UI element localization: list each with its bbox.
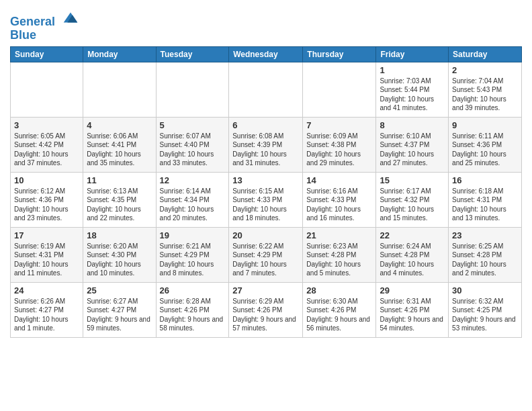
day-info: Sunrise: 6:31 AM Sunset: 4:26 PM Dayligh…: [380, 297, 445, 333]
day-info: Sunrise: 6:17 AM Sunset: 4:32 PM Dayligh…: [380, 187, 445, 223]
calendar-cell: 12Sunrise: 6:14 AM Sunset: 4:34 PM Dayli…: [156, 172, 229, 227]
calendar-cell: 27Sunrise: 6:29 AM Sunset: 4:26 PM Dayli…: [229, 282, 303, 337]
day-number: 4: [87, 120, 152, 130]
day-number: 30: [452, 285, 518, 295]
day-number: 27: [232, 285, 299, 295]
calendar-cell: 22Sunrise: 6:24 AM Sunset: 4:28 PM Dayli…: [376, 227, 449, 282]
calendar-cell: [156, 62, 229, 117]
day-info: Sunrise: 6:12 AM Sunset: 4:36 PM Dayligh…: [14, 187, 79, 223]
logo-icon: [61, 9, 80, 26]
day-info: Sunrise: 6:09 AM Sunset: 4:38 PM Dayligh…: [306, 132, 372, 168]
day-number: 29: [380, 285, 445, 295]
day-info: Sunrise: 6:05 AM Sunset: 4:42 PM Dayligh…: [14, 132, 79, 168]
calendar-cell: 20Sunrise: 6:22 AM Sunset: 4:29 PM Dayli…: [229, 227, 303, 282]
calendar-cell: 8Sunrise: 6:10 AM Sunset: 4:37 PM Daylig…: [376, 117, 449, 172]
calendar-cell: 5Sunrise: 6:07 AM Sunset: 4:40 PM Daylig…: [156, 117, 229, 172]
day-number: 10: [14, 175, 79, 185]
day-info: Sunrise: 6:26 AM Sunset: 4:27 PM Dayligh…: [14, 297, 79, 333]
day-of-week-header: Wednesday: [229, 46, 303, 62]
day-number: 23: [452, 230, 518, 240]
day-number: 14: [306, 175, 372, 185]
calendar-cell: 11Sunrise: 6:13 AM Sunset: 4:35 PM Dayli…: [83, 172, 156, 227]
calendar-cell: 18Sunrise: 6:20 AM Sunset: 4:30 PM Dayli…: [83, 227, 156, 282]
page: General Blue SundayMonda: [0, 0, 532, 345]
calendar-week-row: 17Sunrise: 6:19 AM Sunset: 4:31 PM Dayli…: [11, 227, 522, 282]
calendar-cell: 15Sunrise: 6:17 AM Sunset: 4:32 PM Dayli…: [376, 172, 449, 227]
calendar-cell: 28Sunrise: 6:30 AM Sunset: 4:26 PM Dayli…: [303, 282, 376, 337]
day-number: 7: [306, 120, 372, 130]
day-number: 26: [160, 285, 226, 295]
calendar-cell: 2Sunrise: 7:04 AM Sunset: 5:43 PM Daylig…: [449, 62, 522, 117]
day-info: Sunrise: 6:20 AM Sunset: 4:30 PM Dayligh…: [87, 242, 152, 278]
day-number: 6: [232, 120, 299, 130]
day-number: 17: [14, 230, 79, 240]
calendar-cell: 25Sunrise: 6:27 AM Sunset: 4:27 PM Dayli…: [83, 282, 156, 337]
calendar-cell: 17Sunrise: 6:19 AM Sunset: 4:31 PM Dayli…: [11, 227, 83, 282]
day-number: 24: [14, 285, 79, 295]
calendar-cell: 19Sunrise: 6:21 AM Sunset: 4:29 PM Dayli…: [156, 227, 229, 282]
day-of-week-header: Tuesday: [156, 46, 229, 62]
day-info: Sunrise: 6:30 AM Sunset: 4:26 PM Dayligh…: [306, 297, 372, 333]
day-of-week-header: Friday: [376, 46, 449, 62]
calendar-week-row: 3Sunrise: 6:05 AM Sunset: 4:42 PM Daylig…: [11, 117, 522, 172]
day-info: Sunrise: 6:14 AM Sunset: 4:34 PM Dayligh…: [160, 187, 226, 223]
calendar-cell: 21Sunrise: 6:23 AM Sunset: 4:28 PM Dayli…: [303, 227, 376, 282]
calendar-cell: [229, 62, 303, 117]
calendar-cell: 1Sunrise: 7:03 AM Sunset: 5:44 PM Daylig…: [376, 62, 449, 117]
calendar-cell: 30Sunrise: 6:32 AM Sunset: 4:25 PM Dayli…: [449, 282, 522, 337]
day-info: Sunrise: 6:15 AM Sunset: 4:33 PM Dayligh…: [232, 187, 299, 223]
calendar-week-row: 1Sunrise: 7:03 AM Sunset: 5:44 PM Daylig…: [11, 62, 522, 117]
day-number: 5: [160, 120, 226, 130]
header: General Blue: [10, 7, 522, 42]
calendar-week-row: 24Sunrise: 6:26 AM Sunset: 4:27 PM Dayli…: [11, 282, 522, 337]
day-of-week-header: Saturday: [449, 46, 522, 62]
day-of-week-header: Sunday: [11, 46, 83, 62]
calendar-cell: 7Sunrise: 6:09 AM Sunset: 4:38 PM Daylig…: [303, 117, 376, 172]
calendar-cell: 13Sunrise: 6:15 AM Sunset: 4:33 PM Dayli…: [229, 172, 303, 227]
day-number: 3: [14, 120, 79, 130]
calendar-cell: 29Sunrise: 6:31 AM Sunset: 4:26 PM Dayli…: [376, 282, 449, 337]
calendar-cell: 23Sunrise: 6:25 AM Sunset: 4:28 PM Dayli…: [449, 227, 522, 282]
day-number: 25: [87, 285, 152, 295]
day-info: Sunrise: 6:25 AM Sunset: 4:28 PM Dayligh…: [452, 242, 518, 278]
day-info: Sunrise: 6:22 AM Sunset: 4:29 PM Dayligh…: [232, 242, 299, 278]
day-number: 21: [306, 230, 372, 240]
day-info: Sunrise: 7:04 AM Sunset: 5:43 PM Dayligh…: [452, 77, 518, 113]
day-number: 20: [232, 230, 299, 240]
day-info: Sunrise: 6:29 AM Sunset: 4:26 PM Dayligh…: [232, 297, 299, 333]
calendar-cell: [11, 62, 83, 117]
day-info: Sunrise: 6:18 AM Sunset: 4:31 PM Dayligh…: [452, 187, 518, 223]
day-info: Sunrise: 7:03 AM Sunset: 5:44 PM Dayligh…: [380, 77, 445, 113]
calendar-cell: 14Sunrise: 6:16 AM Sunset: 4:33 PM Dayli…: [303, 172, 376, 227]
day-info: Sunrise: 6:21 AM Sunset: 4:29 PM Dayligh…: [160, 242, 226, 278]
logo-text: General: [10, 9, 80, 29]
day-number: 22: [380, 230, 445, 240]
day-number: 11: [87, 175, 152, 185]
calendar-header-row: SundayMondayTuesdayWednesdayThursdayFrid…: [11, 46, 522, 62]
day-of-week-header: Monday: [83, 46, 156, 62]
calendar: SundayMondayTuesdayWednesdayThursdayFrid…: [10, 46, 522, 338]
calendar-cell: 16Sunrise: 6:18 AM Sunset: 4:31 PM Dayli…: [449, 172, 522, 227]
day-of-week-header: Thursday: [303, 46, 376, 62]
day-info: Sunrise: 6:13 AM Sunset: 4:35 PM Dayligh…: [87, 187, 152, 223]
day-number: 16: [452, 175, 518, 185]
calendar-week-row: 10Sunrise: 6:12 AM Sunset: 4:36 PM Dayli…: [11, 172, 522, 227]
day-info: Sunrise: 6:19 AM Sunset: 4:31 PM Dayligh…: [14, 242, 79, 278]
day-number: 2: [452, 65, 518, 75]
calendar-cell: 4Sunrise: 6:06 AM Sunset: 4:41 PM Daylig…: [83, 117, 156, 172]
day-info: Sunrise: 6:32 AM Sunset: 4:25 PM Dayligh…: [452, 297, 518, 333]
calendar-cell: 26Sunrise: 6:28 AM Sunset: 4:26 PM Dayli…: [156, 282, 229, 337]
calendar-cell: 3Sunrise: 6:05 AM Sunset: 4:42 PM Daylig…: [11, 117, 83, 172]
day-number: 19: [160, 230, 226, 240]
day-number: 9: [452, 120, 518, 130]
calendar-cell: 6Sunrise: 6:08 AM Sunset: 4:39 PM Daylig…: [229, 117, 303, 172]
day-number: 13: [232, 175, 299, 185]
calendar-cell: 10Sunrise: 6:12 AM Sunset: 4:36 PM Dayli…: [11, 172, 83, 227]
day-info: Sunrise: 6:16 AM Sunset: 4:33 PM Dayligh…: [306, 187, 372, 223]
logo-text2: Blue: [10, 29, 80, 42]
day-number: 18: [87, 230, 152, 240]
calendar-cell: 24Sunrise: 6:26 AM Sunset: 4:27 PM Dayli…: [11, 282, 83, 337]
day-info: Sunrise: 6:10 AM Sunset: 4:37 PM Dayligh…: [380, 132, 445, 168]
day-info: Sunrise: 6:08 AM Sunset: 4:39 PM Dayligh…: [232, 132, 299, 168]
day-info: Sunrise: 6:23 AM Sunset: 4:28 PM Dayligh…: [306, 242, 372, 278]
